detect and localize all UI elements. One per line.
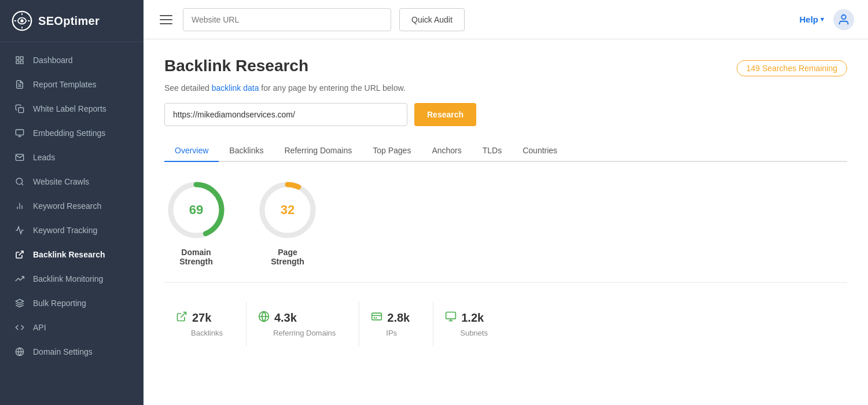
- searches-remaining-badge: 149 Searches Remaining: [737, 60, 847, 76]
- tab-referring-domains[interactable]: Referring Domains: [274, 140, 363, 162]
- tab-top-pages[interactable]: Top Pages: [362, 140, 421, 162]
- svg-rect-5: [20, 61, 23, 64]
- stat-subnets-label: Subnets: [460, 329, 488, 337]
- svg-line-28: [181, 312, 186, 318]
- stat-backlinks-value: 27k: [192, 311, 211, 325]
- research-button[interactable]: Research: [414, 103, 476, 126]
- svg-line-13: [21, 183, 23, 185]
- svg-marker-18: [16, 299, 23, 303]
- stat-ips-top: 2.8k: [371, 311, 410, 325]
- gauge-domain-strength-label: Domain Strength: [179, 248, 213, 266]
- sidebar-nav: Dashboard Report Templates White Label R…: [0, 42, 144, 405]
- domain-strength-svg: 69: [164, 178, 228, 242]
- sidebar-item-domain-settings[interactable]: Domain Settings: [0, 340, 144, 364]
- sidebar-item-backlink-monitoring[interactable]: Backlink Monitoring: [0, 267, 144, 291]
- user-avatar[interactable]: [833, 9, 854, 30]
- main-area: Quick Audit Help ▾ Backlink Research 149…: [144, 0, 868, 405]
- backlinks-icon: [176, 311, 187, 325]
- sidebar-label-backlink-research: Backlink Research: [33, 250, 105, 259]
- activity-icon: [14, 225, 25, 235]
- mail-icon: [14, 152, 25, 163]
- subtitle-link[interactable]: backlink data: [212, 83, 259, 93]
- svg-point-21: [841, 14, 845, 19]
- stats-section: 27k Backlinks 4.3k Referring Domains: [164, 301, 847, 347]
- tab-backlinks[interactable]: Backlinks: [219, 140, 274, 162]
- sidebar-label-keyword-tracking: Keyword Tracking: [33, 226, 97, 235]
- svg-text:32: 32: [281, 203, 295, 217]
- sidebar-item-api[interactable]: API: [0, 315, 144, 340]
- stat-backlinks: 27k Backlinks: [164, 301, 247, 347]
- sidebar-item-dashboard[interactable]: Dashboard: [0, 48, 144, 72]
- stat-referring-top: 4.3k: [258, 311, 297, 325]
- tabs-bar: Overview Backlinks Referring Domains Top…: [164, 140, 847, 162]
- layers-icon: [14, 298, 25, 308]
- sidebar-label-embedding: Embedding Settings: [33, 128, 105, 138]
- tab-anchors[interactable]: Anchors: [421, 140, 472, 162]
- tab-tlds[interactable]: TLDs: [472, 140, 512, 162]
- sidebar-label-leads: Leads: [33, 153, 55, 162]
- content-area: Backlink Research 149 Searches Remaining…: [144, 39, 868, 405]
- hamburger-button[interactable]: [157, 13, 175, 27]
- svg-rect-8: [19, 108, 24, 113]
- svg-rect-35: [446, 312, 456, 319]
- sidebar-item-white-label[interactable]: White Label Reports: [0, 97, 144, 121]
- sidebar-label-report-templates: Report Templates: [33, 80, 96, 89]
- gauge-page-strength: 32 Page Strength: [256, 178, 319, 266]
- sidebar-label-backlink-monitoring: Backlink Monitoring: [33, 274, 103, 284]
- sidebar-label-domain-settings: Domain Settings: [33, 347, 93, 356]
- tab-countries[interactable]: Countries: [512, 140, 568, 162]
- svg-point-12: [16, 178, 23, 185]
- sidebar: SEOptimer Dashboard Report Templates Whi…: [0, 0, 144, 405]
- grid-icon: [14, 55, 25, 65]
- svg-rect-2: [16, 57, 19, 60]
- sidebar-item-keyword-tracking[interactable]: Keyword Tracking: [0, 218, 144, 242]
- stat-backlinks-top: 27k: [176, 311, 211, 325]
- sidebar-item-report-templates[interactable]: Report Templates: [0, 72, 144, 97]
- sidebar-item-backlink-research[interactable]: Backlink Research: [0, 242, 144, 267]
- sidebar-label-api: API: [33, 323, 46, 332]
- external-link-icon: [14, 249, 25, 260]
- sidebar-logo: SEOptimer: [0, 0, 144, 42]
- sidebar-item-leads[interactable]: Leads: [0, 145, 144, 170]
- referring-domains-icon: [258, 311, 270, 325]
- trending-up-icon: [14, 274, 25, 284]
- stat-ips: 2.8k IPs: [359, 301, 433, 347]
- sidebar-item-embedding[interactable]: Embedding Settings: [0, 121, 144, 145]
- tab-overview[interactable]: Overview: [164, 140, 219, 162]
- sidebar-item-keyword-research[interactable]: Keyword Research: [0, 194, 144, 218]
- svg-rect-4: [16, 61, 19, 64]
- svg-line-17: [19, 251, 23, 255]
- stat-referring-domains-value: 4.3k: [274, 311, 297, 325]
- gauges-section: 69 Domain Strength 32 Page Strength: [164, 178, 847, 283]
- stat-ips-value: 2.8k: [387, 311, 410, 325]
- stat-referring-domains: 4.3k Referring Domains: [247, 301, 359, 347]
- copy-icon: [14, 104, 25, 114]
- quick-audit-button[interactable]: Quick Audit: [399, 8, 465, 31]
- hamburger-line-3: [160, 23, 172, 24]
- page-title: Backlink Research: [164, 57, 308, 75]
- gauge-domain-strength: 69 Domain Strength: [164, 178, 228, 266]
- sidebar-label-bulk-reporting: Bulk Reporting: [33, 299, 86, 308]
- content-header: Backlink Research 149 Searches Remaining: [164, 57, 847, 76]
- sidebar-item-website-crawls[interactable]: Website Crawls: [0, 170, 144, 194]
- page-strength-svg: 32: [256, 178, 319, 242]
- url-input[interactable]: [183, 8, 391, 31]
- search-icon: [14, 176, 25, 187]
- ips-icon: [371, 311, 382, 325]
- svg-text:69: 69: [189, 203, 203, 217]
- stat-backlinks-label: Backlinks: [191, 329, 223, 337]
- subtitle: See detailed backlink data for any page …: [164, 83, 847, 93]
- topbar-right: Help ▾: [799, 9, 854, 30]
- subnets-icon: [445, 311, 457, 325]
- svg-rect-9: [16, 130, 23, 135]
- topbar: Quick Audit Help ▾: [144, 0, 868, 39]
- brand-name: SEOptimer: [38, 14, 100, 28]
- help-button[interactable]: Help ▾: [799, 14, 824, 24]
- sidebar-item-bulk-reporting[interactable]: Bulk Reporting: [0, 291, 144, 315]
- gauge-page-strength-label: Page Strength: [271, 248, 304, 266]
- sidebar-label-dashboard: Dashboard: [33, 56, 73, 65]
- stat-subnets-top: 1.2k: [445, 311, 484, 325]
- stat-subnets-value: 1.2k: [461, 311, 484, 325]
- sidebar-label-website-crawls: Website Crawls: [33, 177, 89, 186]
- research-url-input[interactable]: [164, 103, 407, 126]
